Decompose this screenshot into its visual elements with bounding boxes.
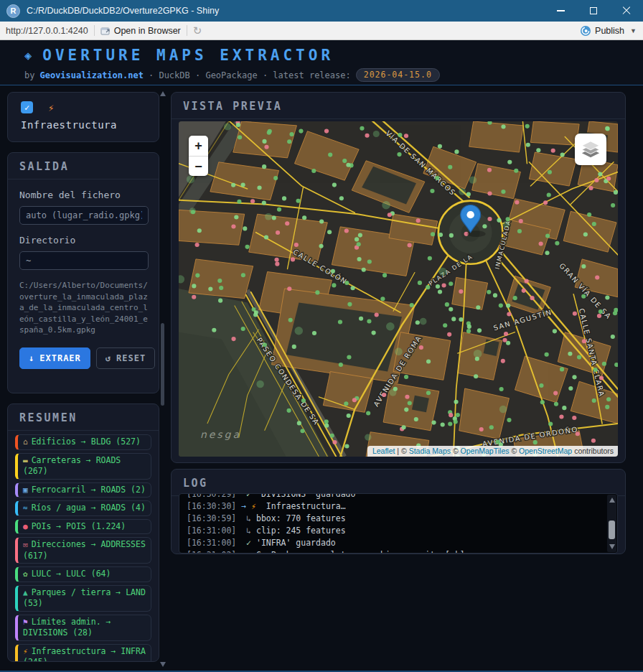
attribution-link[interactable]: OpenMapTiles xyxy=(461,447,510,455)
layers-control[interactable] xyxy=(575,134,606,165)
close-button[interactable] xyxy=(610,0,643,22)
publish-caret-icon[interactable]: ▼ xyxy=(630,27,637,34)
poi-dot xyxy=(456,413,460,417)
poi-dot xyxy=(489,425,494,429)
poi-dot xyxy=(289,132,294,136)
maximize-button[interactable] xyxy=(577,0,610,22)
filename-input[interactable] xyxy=(19,206,149,225)
log-console[interactable]: [16:30:29] ✓ 'DIVISIONS' guardado[16:30:… xyxy=(179,493,618,554)
poi-dot xyxy=(219,286,223,290)
open-in-browser-icon xyxy=(100,27,111,35)
poi-dot xyxy=(573,312,577,316)
poi-dot xyxy=(493,293,497,297)
poi-dot xyxy=(540,400,545,404)
refresh-icon[interactable]: ↻ xyxy=(193,25,202,36)
attribution-link[interactable]: Stadia Maps xyxy=(409,447,451,455)
poi-dot xyxy=(272,215,276,220)
poi-dot xyxy=(507,418,511,422)
minimize-button[interactable] xyxy=(544,0,577,22)
poi-dot xyxy=(467,325,471,329)
poi-dot xyxy=(454,419,458,424)
poi-dot xyxy=(525,124,530,129)
poi-dot xyxy=(288,318,293,322)
poi-dot xyxy=(311,169,316,173)
poi-dot xyxy=(466,329,471,333)
attribution-text: © xyxy=(510,447,520,455)
poi-dot xyxy=(262,139,266,144)
url-field[interactable]: http://127.0.0.1:4240 xyxy=(6,26,88,36)
poi-dot xyxy=(328,153,332,157)
poi-dot xyxy=(231,183,235,187)
reset-button[interactable]: ↺ RESET xyxy=(96,347,155,369)
poi-dot xyxy=(454,400,458,404)
poi-dot xyxy=(506,341,510,345)
sidebar-scroll-down-icon[interactable] xyxy=(160,662,166,667)
poi-dot xyxy=(274,258,278,262)
poi-dot xyxy=(231,225,235,229)
log-line: [16:30:30] → ⚡ Infraestructura… xyxy=(187,500,617,513)
poi-dot xyxy=(404,375,408,379)
app-header: ◈ OVERTURE MAPS EXTRACTOR by Geovisualiz… xyxy=(0,40,643,85)
attribution-text: | © xyxy=(395,447,408,455)
scroll-up-icon[interactable] xyxy=(609,498,615,503)
directory-input[interactable] xyxy=(19,251,149,270)
train-icon: ▣ xyxy=(23,485,28,495)
extract-button[interactable]: ↓ EXTRAER xyxy=(19,347,90,369)
poi-dot xyxy=(499,387,504,391)
separator xyxy=(187,25,187,36)
poi-dot xyxy=(587,213,591,217)
window-title: C:/R/DuckDB/DuckDB2/Overture2GPKG - Shin… xyxy=(27,6,219,16)
poi-dot xyxy=(319,244,323,248)
poi-dot xyxy=(342,159,347,163)
attribution-link[interactable]: OpenStreetMap xyxy=(519,447,572,455)
poi-dot xyxy=(375,312,379,317)
poi-dot xyxy=(441,423,445,427)
flags-icon: ⚑ xyxy=(23,617,28,627)
poi-dot xyxy=(475,357,479,361)
poi-dot xyxy=(367,259,372,263)
summary-badge-text: Carreteras → ROADS (267) xyxy=(23,455,121,477)
poi-dot xyxy=(430,189,434,193)
viewer-toolbar: http://127.0.0.1:4240 Open in Browser ↻ … xyxy=(0,22,643,40)
lightning-icon: ⚡ xyxy=(23,647,28,656)
log-scrollbar[interactable] xyxy=(607,495,616,552)
rstudio-logo-icon: R xyxy=(6,4,20,18)
header-meta: · DuckDB · GeoPackage · latest release: xyxy=(149,70,351,80)
poi-dot xyxy=(487,168,492,172)
log-scrollbar-thumb[interactable] xyxy=(609,521,615,539)
open-in-browser-button[interactable]: Open in Browser xyxy=(114,26,181,36)
zoom-out-button[interactable]: − xyxy=(189,156,208,176)
poi-dot xyxy=(405,395,409,399)
layers-icon xyxy=(580,139,601,159)
poi-dot xyxy=(560,367,564,371)
leaflet-map[interactable]: VÍA DE SAN MARCOSGRAN VÍA DE SACALLE COL… xyxy=(179,121,618,457)
geovisualization-link[interactable]: Geovisualization.net xyxy=(39,70,144,80)
poi-dot xyxy=(501,124,505,129)
poi-dot xyxy=(611,335,615,339)
poi-dot xyxy=(330,434,334,438)
attribution-link[interactable]: Leaflet xyxy=(372,447,395,455)
poi-dot xyxy=(197,228,202,233)
summary-badge-text: Límites admin. → DIVISIONS (28) xyxy=(23,617,111,638)
poi-dot xyxy=(324,419,329,424)
poi-dot xyxy=(297,421,301,425)
scroll-down-icon[interactable] xyxy=(609,544,615,549)
poi-dot xyxy=(301,398,306,403)
infraestructura-checkbox[interactable]: ✓ xyxy=(21,101,33,113)
poi-dot xyxy=(236,123,240,127)
publish-button[interactable]: Publish xyxy=(595,26,624,36)
poi-dot xyxy=(237,200,241,204)
pin-icon: ● xyxy=(23,522,28,531)
poi-dot xyxy=(459,289,463,294)
poi-dot xyxy=(241,327,245,331)
poi-dot xyxy=(355,237,359,241)
sidebar-scroll-up-icon[interactable] xyxy=(160,91,166,96)
zoom-in-button[interactable]: + xyxy=(189,136,208,156)
poi-dot xyxy=(263,342,267,347)
poi-dot xyxy=(365,134,369,138)
sidebar-scrollbar-thumb[interactable] xyxy=(161,323,164,406)
poi-dot xyxy=(419,345,423,350)
summary-badge-text: POIs → POIS (1.224) xyxy=(32,521,126,531)
poi-dot xyxy=(592,222,596,226)
poi-dot xyxy=(426,391,431,395)
